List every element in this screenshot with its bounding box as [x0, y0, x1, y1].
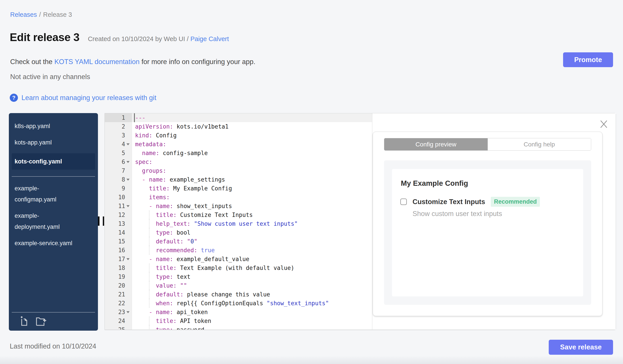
code-line[interactable]: default: please change this value — [132, 290, 372, 299]
config-item-row: Customize Text Inputs Recommended — [400, 197, 540, 207]
tab-config-preview[interactable]: Config preview — [384, 138, 488, 150]
code-line[interactable]: title: Customize Text Inputs — [132, 210, 372, 219]
code-token — [135, 212, 156, 218]
text-cursor — [134, 113, 135, 122]
add-file-icon[interactable] — [19, 316, 29, 326]
indent-guide — [149, 272, 150, 281]
code-token: " — [187, 238, 191, 245]
gutter-line-number: 18 — [105, 263, 132, 272]
code-token: title: — [156, 318, 177, 324]
indent-guide — [149, 219, 150, 228]
config-body: My Example Config Customize Text Inputs … — [384, 160, 591, 305]
code-token: "" — [180, 282, 187, 289]
code-line[interactable]: - name: example_default_value — [132, 255, 372, 263]
file-item[interactable]: k8s-app.yaml — [12, 121, 78, 132]
code-line[interactable]: title: API token — [132, 317, 372, 325]
fold-arrow-icon[interactable] — [127, 311, 130, 313]
code-line[interactable]: type: password — [132, 325, 372, 329]
file-list: k8s-app.yamlkots-app.yamlkots-config.yam… — [9, 113, 98, 249]
code-token: repl{{ ConfigOptionEquals — [173, 300, 267, 306]
save-release-button[interactable]: Save release — [549, 340, 613, 355]
code-line[interactable]: default: "0" — [132, 237, 372, 246]
code-token: type: — [156, 273, 173, 280]
fold-arrow-icon[interactable] — [127, 161, 130, 163]
code-line[interactable]: title: My Example Config — [132, 184, 372, 193]
code-token: - — [149, 309, 156, 315]
code-line[interactable]: name: config-sample — [132, 149, 372, 158]
code-token: My Example Config — [170, 185, 232, 192]
gutter-line-number: 1 — [105, 113, 132, 122]
code-token: password — [173, 326, 204, 329]
code-token: - — [149, 256, 156, 263]
kots-yaml-docs-link[interactable]: KOTS YAML documentation — [54, 58, 139, 66]
code-token: config-sample — [159, 150, 208, 156]
config-group-title: My Example Config — [401, 179, 468, 187]
indent-guide — [149, 299, 150, 308]
code-line[interactable]: title: Text Example (with default value) — [132, 263, 372, 272]
file-item[interactable]: example-service.yaml — [12, 238, 78, 249]
last-modified-text: Last modified on 10/10/2024 — [10, 342, 96, 350]
file-item[interactable]: kots-config.yaml — [12, 153, 95, 170]
gutter-line-number: 14 — [105, 228, 132, 237]
code-line[interactable]: groups: — [132, 166, 372, 175]
code-token — [135, 229, 156, 236]
code-line[interactable]: help_text: "Show custom user text inputs… — [132, 219, 372, 228]
code-token — [135, 318, 156, 324]
code-line[interactable]: type: bool — [132, 228, 372, 237]
code-line[interactable]: --- — [132, 113, 372, 122]
code-token: help_text: — [156, 221, 191, 227]
indent-guide — [149, 325, 150, 329]
code-line[interactable]: items: — [132, 193, 372, 202]
file-item[interactable]: kots-app.yaml — [12, 137, 78, 148]
created-line: Created on 10/10/2024 by Web UI / Paige … — [88, 35, 229, 43]
code-line[interactable]: - name: example_settings — [132, 175, 372, 184]
code-line[interactable]: spec: — [132, 158, 372, 166]
gutter-line-number: 24 — [105, 317, 132, 325]
editor-resize-handle-left[interactable] — [98, 217, 104, 226]
editor-code[interactable]: ---apiVersion: kots.io/v1beta1kind: Conf… — [132, 113, 372, 329]
customize-text-inputs-checkbox[interactable] — [400, 199, 407, 205]
code-line[interactable]: metadata: — [132, 140, 372, 149]
gutter-line-number: 2 — [105, 122, 132, 131]
gutter-line-number: 19 — [105, 272, 132, 281]
code-line[interactable]: when: repl{{ ConfigOptionEquals "show_te… — [132, 299, 372, 308]
git-help-row: ? Learn about managing your releases wit… — [10, 94, 156, 102]
config-group: My Example Config Customize Text Inputs … — [392, 169, 583, 296]
code-line[interactable]: type: text — [132, 272, 372, 281]
code-line[interactable]: apiVersion: kots.io/v1beta1 — [132, 122, 372, 131]
promote-button[interactable]: Promote — [563, 52, 613, 67]
code-line[interactable]: - name: show_text_inputs — [132, 202, 372, 210]
code-token — [135, 238, 156, 245]
help-question-icon[interactable]: ? — [10, 94, 18, 102]
add-folder-icon[interactable] — [36, 316, 47, 326]
file-item[interactable]: example-configmap.yaml — [12, 183, 78, 205]
fold-arrow-icon[interactable] — [127, 205, 130, 207]
close-icon[interactable] — [600, 120, 608, 128]
gutter-line-number: 10 — [105, 193, 132, 202]
code-token: name: — [156, 256, 173, 263]
code-token — [135, 185, 149, 192]
breadcrumb-releases-link[interactable]: Releases — [10, 11, 37, 18]
code-token — [183, 238, 187, 245]
yaml-editor[interactable]: 1234567891011121314151617181920212223242… — [105, 113, 372, 329]
code-token: - — [149, 203, 156, 209]
gutter-line-number: 4 — [105, 140, 132, 149]
code-line[interactable]: kind: Config — [132, 131, 372, 140]
code-line[interactable]: recommended: true — [132, 246, 372, 255]
tab-config-help[interactable]: Config help — [488, 138, 591, 150]
fold-arrow-icon[interactable] — [127, 143, 130, 145]
fold-arrow-icon[interactable] — [127, 258, 130, 260]
code-line[interactable]: - name: api_token — [132, 308, 372, 317]
git-releases-link[interactable]: Learn about managing your releases with … — [22, 94, 156, 102]
code-token — [135, 300, 156, 306]
docs-text-before: Check out the — [10, 58, 54, 66]
code-token: metadata: — [135, 141, 166, 147]
code-line[interactable]: value: "" — [132, 281, 372, 290]
code-token: spec: — [135, 159, 152, 165]
config-item-help-text: Show custom user text inputs — [413, 210, 502, 218]
file-item[interactable]: example-deployment.yaml — [12, 210, 78, 232]
created-author-link[interactable]: Paige Calvert — [190, 35, 229, 42]
breadcrumb: Releases / Release 3 — [10, 11, 72, 18]
fold-arrow-icon[interactable] — [127, 179, 130, 181]
gutter-line-number: 15 — [105, 237, 132, 246]
